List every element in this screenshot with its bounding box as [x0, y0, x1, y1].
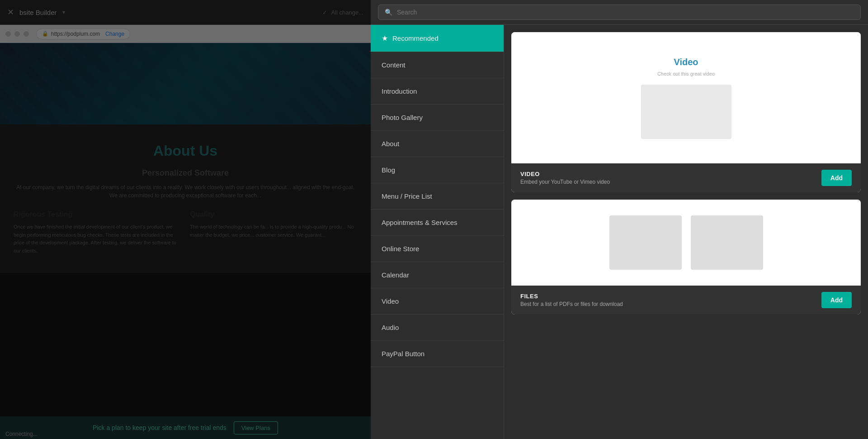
sidebar-item-label: Photo Gallery: [382, 114, 423, 121]
sidebar-item-label: Introduction: [382, 87, 417, 95]
sidebar-item-label: Video: [382, 297, 399, 305]
hero-image: [0, 43, 371, 124]
search-icon: 🔍: [385, 9, 392, 16]
sidebar-item-label: Audio: [382, 324, 399, 331]
sidebar-item-label: Appointments & Services: [382, 219, 458, 226]
sidebar-item-calendar[interactable]: Calendar: [371, 262, 504, 288]
video-add-button[interactable]: Add: [821, 170, 852, 186]
star-icon: ★: [382, 34, 388, 43]
sidebar-item-photo-gallery[interactable]: Photo Gallery: [371, 105, 504, 131]
video-preview-title: Video: [674, 57, 698, 67]
banner-text: Pick a plan to keep your site after free…: [93, 424, 226, 431]
sidebar-item-online-store[interactable]: Online Store: [371, 236, 504, 262]
sidebar-item-recommended[interactable]: ★Recommended: [371, 25, 504, 52]
check-icon: ✓: [322, 9, 327, 16]
sidebar-item-menu-price-list[interactable]: Menu / Price List: [371, 183, 504, 210]
sidebar-item-label: Menu / Price List: [382, 192, 432, 200]
video-preview-subtitle: Check out this great video: [657, 71, 715, 76]
files-card-type: FILES: [520, 293, 623, 300]
video-placeholder: [641, 85, 731, 139]
browser-dot-yellow: [14, 31, 20, 37]
files-card-footer: FILES Best for a list of PDFs or files f…: [511, 286, 861, 315]
content-preview: Video Check out this great video VIDEO E…: [504, 25, 868, 439]
url-text: https://podplum.com: [51, 31, 100, 37]
sidebar-item-audio[interactable]: Audio: [371, 315, 504, 341]
sidebar-item-label: About: [382, 140, 399, 148]
video-card-footer: VIDEO Embed your YouTube or Vimeo video …: [511, 163, 861, 192]
sidebar-item-label: Calendar: [382, 271, 409, 279]
col2-text: The world of technology can be fa... is …: [190, 223, 357, 239]
sidebar-item-about[interactable]: About: [371, 131, 504, 157]
files-card-desc: Best for a list of PDFs or files for dow…: [520, 301, 623, 307]
video-preview-image: Video Check out this great video: [511, 32, 861, 163]
files-card: FILES Best for a list of PDFs or files f…: [511, 200, 861, 315]
sidebar-item-paypal-button[interactable]: PayPal Button: [371, 341, 504, 367]
sidebar-item-content[interactable]: Content: [371, 52, 504, 78]
trial-banner: Pick a plan to keep your site after free…: [0, 416, 371, 439]
files-preview-image: [511, 200, 861, 286]
video-card: Video Check out this great video VIDEO E…: [511, 32, 861, 192]
site-heading: About Us: [14, 143, 357, 159]
file-placeholder-2: [691, 215, 763, 270]
sidebar-item-label: Blog: [382, 166, 395, 174]
connecting-status: Connecting...: [0, 429, 43, 439]
sidebar-item-label: Content: [382, 61, 406, 69]
lock-icon: 🔒: [42, 31, 48, 37]
search-input[interactable]: [397, 9, 854, 16]
video-card-type: VIDEO: [520, 171, 610, 177]
files-add-button[interactable]: Add: [821, 292, 852, 308]
col2-heading: Quality: [190, 210, 357, 219]
col1-text: Once we have finished the initial develo…: [14, 223, 181, 255]
browser-dot-green: [24, 31, 29, 37]
sidebar-item-label: Recommended: [392, 34, 439, 42]
sidebar-item-label: Online Store: [382, 245, 419, 253]
category-list: ★RecommendedContentIntroductionPhoto Gal…: [371, 25, 504, 439]
site-title: bsite Builder: [19, 9, 57, 16]
sidebar-item-video[interactable]: Video: [371, 288, 504, 315]
sidebar-item-introduction[interactable]: Introduction: [371, 78, 504, 105]
close-icon[interactable]: ✕: [7, 7, 14, 17]
sidebar-item-label: PayPal Button: [382, 350, 425, 358]
view-plans-button[interactable]: View Plans: [234, 421, 278, 434]
save-status: All change...: [331, 9, 363, 16]
video-card-desc: Embed your YouTube or Vimeo video: [520, 179, 610, 185]
site-subheading: Personalized Software: [14, 168, 357, 178]
sidebar-item-appointments-services[interactable]: Appointments & Services: [371, 210, 504, 236]
search-bar: 🔍: [371, 0, 868, 25]
browser-dot-red: [5, 31, 11, 37]
file-placeholder-1: [609, 215, 682, 270]
sidebar-item-blog[interactable]: Blog: [371, 157, 504, 183]
change-link[interactable]: Change: [105, 31, 124, 37]
chevron-down-icon[interactable]: ▾: [62, 9, 65, 15]
site-body-text: At our company, we turn the digital drea…: [14, 183, 357, 200]
col1-heading: Rigorous Testing: [14, 210, 181, 219]
